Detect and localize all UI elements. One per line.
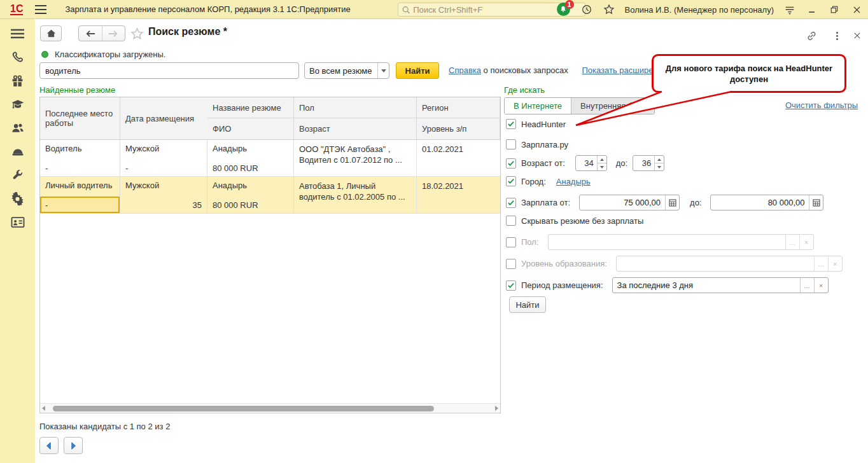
hard-hat-icon[interactable] [11,144,25,158]
col-header-gender[interactable]: Пол [294,97,417,118]
panels-icon[interactable] [783,3,796,16]
notifications-button[interactable]: 1 [557,3,571,17]
age-from-value: 34 [576,156,597,170]
cell-title: Водитель [40,140,120,153]
col-header-region[interactable]: Регион [417,97,500,118]
gender-field[interactable]: ... × [548,234,814,250]
calculator-icon[interactable] [809,195,823,210]
app-title: Зарплата и управление персоналом КОРП, р… [65,4,350,14]
scroll-left-icon[interactable] [42,406,45,411]
results-table-header: Название резюме Пол Регион Последнее мес… [40,97,500,140]
cell-salary: 80 000 RUR [207,197,293,213]
salary-checkbox-checked[interactable] [506,198,516,208]
period-checkbox-checked[interactable] [506,280,516,291]
col-header-date[interactable]: Дата размещения [120,97,207,139]
age-label: Возраст от: [521,158,565,168]
users-icon[interactable] [11,121,25,135]
gift-icon[interactable] [11,74,25,88]
gender-checkbox-unchecked[interactable] [506,237,516,247]
filter-city: Город: Анадырь [506,176,591,186]
chevron-down-icon[interactable] [377,63,389,78]
more-menu-icon[interactable] [830,29,843,42]
next-page-button[interactable] [64,437,83,454]
titlebar: 1С Зарплата и управление персоналом КОРП… [0,0,868,19]
advanced-search-link[interactable]: Показать расширен [582,66,657,75]
choose-button[interactable]: ... [785,235,799,249]
col-header-title[interactable]: Название резюме [207,97,294,118]
scrollbar-thumb[interactable] [53,406,434,411]
cell-last-job: ООО "ДТЭК Автобаза" , Водител с 01.07.20… [294,140,416,169]
clear-field-icon[interactable]: × [828,256,842,271]
col-header-age[interactable]: Возраст [294,118,417,139]
id-card-icon[interactable] [11,215,25,229]
hide-no-salary-checkbox-unchecked[interactable] [506,216,516,226]
app-window: 1С Зарплата и управление персоналом КОРП… [0,0,868,463]
education-checkbox-unchecked[interactable] [506,259,516,269]
table-row[interactable]: Водитель - Мужской - Анадырь 80 000 RUR … [40,140,500,177]
filter-salary: Зарплата от: 75 000,00 до: 80 000,00 [506,195,823,211]
period-field[interactable]: За последние 3 дня ... × [612,277,829,293]
sidebar [0,19,35,463]
global-search-input[interactable] [413,5,581,15]
phone-icon[interactable] [11,50,25,64]
help-link[interactable]: Справка [449,66,481,75]
scrollbar-track[interactable] [48,406,492,411]
favorite-star-icon[interactable] [130,27,144,43]
wrench-icon[interactable] [11,168,25,182]
stepper-arrows[interactable] [597,156,606,170]
salary-to-field[interactable]: 80 000,00 [710,195,823,211]
find-button-main[interactable]: Найти [396,62,439,79]
favorites-star-icon[interactable] [603,3,615,16]
tab-internet[interactable]: В Интернете [505,98,571,114]
close-window-icon[interactable] [850,3,863,16]
filter-gender: Пол: ... × [506,234,814,250]
col-header-fio[interactable]: ФИО [207,118,294,139]
get-link-icon[interactable] [805,29,818,42]
age-from-stepper[interactable]: 34 [575,155,607,171]
home-button[interactable] [40,25,62,41]
choose-button[interactable]: ... [814,256,828,271]
cell-date: 18.02.2021 [417,177,500,195]
salary-to-label: до: [690,198,701,207]
prev-page-button[interactable] [39,437,59,454]
filter-headhunter: HeadHunter [506,119,566,129]
age-checkbox-checked[interactable] [506,158,516,169]
history-nav-group [78,25,125,41]
col-header-last-job[interactable]: Последнее место работы [40,97,120,139]
search-scope-dropdown[interactable]: Во всем резюме [304,62,389,79]
back-button[interactable] [79,26,102,41]
city-value-link[interactable]: Анадырь [556,177,591,186]
history-icon[interactable] [580,3,593,16]
resume-search-input[interactable] [39,62,299,79]
forward-button[interactable] [102,26,125,41]
choose-button[interactable]: ... [800,278,814,293]
search-source-tabs: В Интернете Внутренняя база [504,97,655,114]
main-menu-icon[interactable] [34,3,47,16]
tab-internal-base[interactable]: Внутренняя база [571,98,654,114]
clear-field-icon[interactable]: × [799,235,813,249]
stepper-arrows[interactable] [654,156,664,170]
graduation-cap-icon[interactable] [11,97,25,111]
education-field[interactable]: ... × [616,256,843,272]
zarplata-checkbox-unchecked[interactable] [506,139,516,149]
cell-fio-focused[interactable]: - [40,197,120,213]
city-checkbox-checked[interactable] [506,176,516,186]
filter-education: Уровень образования: ... × [506,256,843,272]
horizontal-scrollbar[interactable] [40,403,500,413]
gear-icon[interactable] [11,191,25,205]
table-row-selected[interactable]: Личный водитель - Мужской 35 Анадырь 80 … [40,177,500,214]
scroll-right-icon[interactable] [495,406,498,411]
salary-from-field[interactable]: 75 000,00 [579,195,680,211]
headhunter-checkbox-checked[interactable] [506,119,516,129]
current-user[interactable]: Волина И.В. (Менеджер по персоналу) [625,5,774,15]
calculator-icon[interactable] [665,195,679,210]
minimize-icon[interactable] [806,3,818,16]
col-header-salary[interactable]: Уровень з/п [417,118,500,139]
find-button-filters[interactable]: Найти [509,296,546,313]
clear-filters-link[interactable]: Очистить фильтры [785,100,858,110]
restore-icon[interactable] [828,3,841,16]
age-to-stepper[interactable]: 36 [633,155,664,171]
clear-field-icon[interactable]: × [814,278,828,293]
sections-menu-icon[interactable] [11,27,25,41]
close-form-icon[interactable] [851,29,864,42]
